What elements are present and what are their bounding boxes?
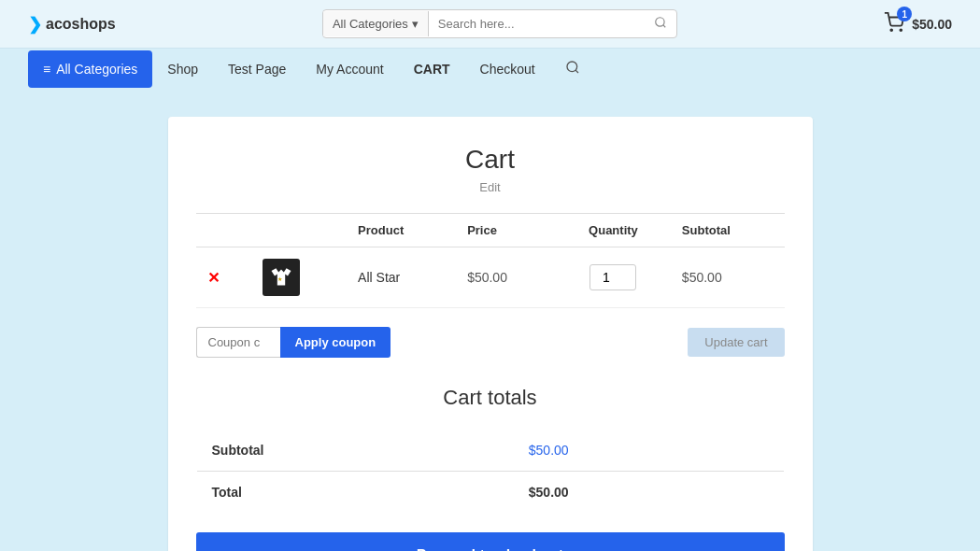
hamburger-icon: ≡ [43,62,50,77]
cart-widget[interactable]: 1 $50.00 [884,12,952,35]
search-icon [654,16,667,29]
apply-coupon-button[interactable]: Apply coupon [280,327,391,358]
top-bar: ❯ acoshops All Categories ▾ 1 $50.00 [0,0,980,49]
chevron-down-icon: ▾ [412,17,419,31]
cart-icon-wrap: 1 [884,12,904,35]
svg-text:★: ★ [277,276,282,282]
nav-search-icon[interactable] [550,49,595,89]
product-name: All Star [347,247,456,308]
col-price: Price [456,214,556,247]
nav-item-all-categories[interactable]: ≡ All Categories [28,50,152,88]
cart-totals-title: Cart totals [196,386,785,410]
cart-total-amount: $50.00 [912,17,952,32]
nav-item-test-page[interactable]: Test Page [213,50,301,88]
col-subtotal: Subtotal [671,214,785,247]
svg-point-2 [890,29,892,31]
subtotal-value: $50.00 [514,430,784,472]
svg-line-1 [663,25,666,28]
remove-item-button[interactable]: ✕ [207,269,220,287]
nav-item-my-account[interactable]: My Account [301,50,398,88]
logo[interactable]: ❯ acoshops [28,14,116,35]
cart-badge: 1 [897,7,912,21]
col-image [251,214,347,247]
category-dropdown[interactable]: All Categories ▾ [323,11,429,36]
subtotal-label: Subtotal [196,430,514,472]
category-label: All Categories [333,17,408,31]
coupon-input[interactable] [196,327,280,358]
logo-text: acoshops [46,16,116,33]
cart-table: Product Price Quantity Subtotal ✕ [196,213,785,308]
total-row: Total $50.00 [196,472,784,514]
product-subtotal: $50.00 [671,247,785,308]
nav-bar: ≡ All Categories Shop Test Page My Accou… [0,49,980,89]
cart-container: Cart Edit Product Price Quantity Subtota… [168,117,813,551]
coupon-section: Apply coupon [196,327,391,358]
total-value: $50.00 [514,472,784,514]
logo-icon: ❯ [28,14,42,35]
col-remove [196,214,251,247]
product-image: ★ [263,259,300,296]
col-product: Product [347,214,456,247]
svg-point-4 [567,62,577,72]
nav-item-cart[interactable]: CART [399,50,465,88]
subtotal-row: Subtotal $50.00 [196,430,784,472]
cart-title: Cart [196,145,785,175]
totals-table: Subtotal $50.00 Total $50.00 [196,429,785,514]
update-cart-button[interactable]: Update cart [688,328,784,357]
product-price: $50.00 [456,247,556,308]
table-row: ✕ ★ All Star $50.00 [196,247,785,308]
main-content: Cart Edit Product Price Quantity Subtota… [0,89,980,551]
coupon-row: Apply coupon Update cart [196,327,785,358]
search-button[interactable] [645,10,676,37]
nav-item-checkout[interactable]: Checkout [465,50,550,88]
nav-item-shop[interactable]: Shop [152,50,213,88]
svg-line-5 [575,70,578,73]
svg-point-3 [901,29,902,31]
proceed-to-checkout-button[interactable]: Proceed to checkout [196,532,785,551]
cart-edit-link[interactable]: Edit [196,180,785,194]
total-label: Total [196,472,514,514]
col-quantity: Quantity [556,214,671,247]
tshirt-icon: ★ [268,264,294,290]
svg-point-0 [656,18,664,26]
search-bar: All Categories ▾ [322,9,677,38]
search-input[interactable] [429,11,645,36]
quantity-input[interactable] [589,264,636,290]
